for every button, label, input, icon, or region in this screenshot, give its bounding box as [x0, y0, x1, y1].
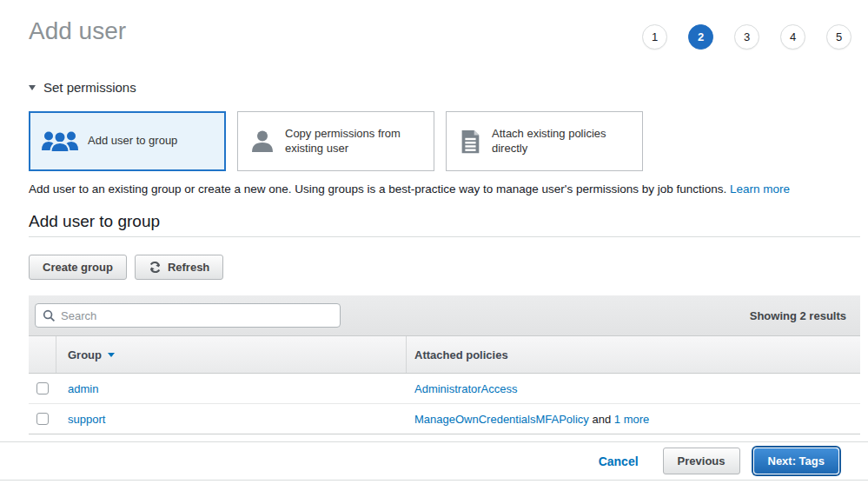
table-toolbar: Showing 2 results: [29, 295, 860, 336]
card-label: Copy permissions from existing user: [285, 127, 423, 156]
search-input[interactable]: [61, 309, 333, 322]
section-divider: [29, 236, 860, 237]
collapse-caret-icon: [29, 85, 36, 90]
refresh-button[interactable]: Refresh: [135, 255, 223, 280]
results-count: Showing 2 results: [750, 309, 846, 322]
groups-table: Showing 2 results Group Attached policie…: [29, 295, 860, 434]
step-4[interactable]: 4: [780, 24, 805, 50]
users-group-icon: [41, 128, 79, 156]
card-copy-permissions[interactable]: Copy permissions from existing user: [237, 111, 434, 171]
next-tags-button[interactable]: Next: Tags: [753, 448, 840, 474]
header-checkbox-cell: [29, 336, 56, 373]
section-title: Set permissions: [43, 80, 136, 95]
column-header-attached-policies[interactable]: Attached policies: [407, 336, 860, 373]
policy-link[interactable]: ManageOwnCredentialsMFAPolicy: [414, 413, 589, 426]
row-checkbox-support[interactable]: [36, 413, 49, 425]
user-icon: [248, 128, 276, 156]
card-label: Attach existing policies directly: [492, 127, 632, 156]
table-row: support ManageOwnCredentialsMFAPolicy an…: [29, 404, 860, 434]
add-user-wizard-page: Add user 1 2 3 4 5 Set permissions: [0, 0, 868, 484]
wizard-footer: Cancel Previous Next: Tags: [0, 441, 868, 481]
step-2-active[interactable]: 2: [688, 24, 713, 50]
step-3[interactable]: 3: [734, 24, 759, 50]
group-table-actions: Create group Refresh: [29, 255, 223, 280]
create-group-button[interactable]: Create group: [29, 255, 127, 280]
set-permissions-section-toggle[interactable]: Set permissions: [29, 80, 136, 95]
section-description: Add user to an existing group or create …: [29, 182, 790, 196]
step-5[interactable]: 5: [826, 24, 851, 50]
wizard-step-indicator: 1 2 3 4 5: [642, 24, 851, 50]
card-attach-policies[interactable]: Attach existing policies directly: [446, 111, 643, 171]
previous-button[interactable]: Previous: [663, 448, 740, 474]
cancel-link[interactable]: Cancel: [599, 454, 639, 468]
permission-option-cards: Add user to group Copy permissions from …: [29, 111, 643, 171]
group-link[interactable]: support: [68, 413, 105, 426]
search-icon: [43, 309, 56, 322]
policy-link[interactable]: AdministratorAccess: [414, 382, 517, 395]
refresh-icon: [149, 261, 162, 274]
more-policies-link[interactable]: 1 more: [614, 413, 649, 426]
row-checkbox-admin[interactable]: [36, 382, 49, 394]
sort-descending-icon[interactable]: [108, 353, 115, 357]
table-row: admin AdministratorAccess: [29, 374, 860, 404]
add-user-to-group-heading: Add user to group: [29, 212, 160, 231]
card-label: Add user to group: [88, 134, 177, 148]
search-box[interactable]: [35, 303, 341, 328]
learn-more-link[interactable]: Learn more: [730, 182, 790, 196]
policy-joiner-text: and: [589, 413, 614, 426]
group-link[interactable]: admin: [68, 382, 98, 395]
card-add-user-to-group[interactable]: Add user to group: [29, 111, 226, 171]
page-title: Add user: [29, 17, 126, 45]
step-1[interactable]: 1: [642, 24, 667, 50]
policy-document-icon: [457, 128, 483, 156]
table-header-row: Group Attached policies: [29, 336, 860, 374]
column-header-group[interactable]: Group: [56, 336, 407, 373]
